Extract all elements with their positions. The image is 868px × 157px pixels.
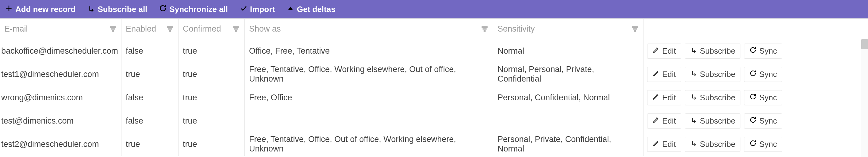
row-subscribe-button[interactable]: Subscribe [685, 90, 741, 105]
pencil-icon [652, 93, 660, 102]
header-spacer [852, 19, 868, 39]
header-showas-label: Show as [249, 24, 281, 34]
row-sync-button[interactable]: Sync [744, 90, 782, 105]
subscribe-all-button[interactable]: Subscribe all [84, 2, 150, 16]
pencil-icon [652, 70, 660, 79]
cell-showas [245, 109, 493, 132]
cell-confirmed: true [179, 132, 245, 156]
row-sync-label: Sync [759, 70, 777, 79]
synchronize-all-label: Synchronize all [169, 5, 228, 14]
add-record-button[interactable]: Add new record [2, 2, 79, 16]
svg-rect-15 [632, 26, 638, 27]
svg-rect-4 [111, 29, 115, 29]
row-subscribe-button[interactable]: Subscribe [685, 67, 741, 82]
cell-actions: Edit Subscribe Sync [644, 109, 852, 132]
synchronize-all-button[interactable]: Synchronize all [156, 2, 231, 16]
row-edit-button[interactable]: Edit [647, 67, 681, 82]
header-enabled[interactable]: Enabled [121, 19, 179, 39]
row-sync-label: Sync [759, 46, 777, 56]
row-subscribe-label: Subscribe [700, 46, 736, 56]
svg-rect-5 [112, 30, 114, 31]
svg-rect-11 [235, 30, 238, 31]
svg-rect-7 [168, 29, 172, 29]
cell-actions: Edit Subscribe Sync [644, 39, 852, 63]
header-confirmed-label: Confirmed [183, 24, 221, 34]
pencil-icon [652, 139, 660, 149]
subscribe-icon [690, 46, 698, 56]
row-edit-button[interactable]: Edit [647, 90, 681, 105]
svg-rect-9 [233, 26, 239, 27]
row-edit-button[interactable]: Edit [647, 43, 681, 59]
row-subscribe-button[interactable]: Subscribe [685, 43, 741, 59]
filter-icon[interactable] [480, 25, 489, 33]
header-sensitivity[interactable]: Sensitivity [493, 19, 644, 39]
cell-enabled: true [121, 132, 179, 156]
svg-rect-8 [169, 30, 171, 31]
cell-enabled: false [121, 39, 179, 63]
row-sync-button[interactable]: Sync [744, 67, 782, 82]
svg-rect-13 [483, 29, 487, 29]
cell-sensitivity: Personal, Confidential, Normal [493, 86, 644, 109]
row-sync-label: Sync [759, 116, 777, 126]
row-edit-label: Edit [662, 70, 676, 79]
row-edit-label: Edit [662, 93, 676, 102]
cell-email: test@dimenics.com [0, 109, 121, 132]
cell-email: backoffice@dimescheduler.com [0, 39, 121, 63]
table-row: test1@dimescheduler.com true true Free, … [0, 63, 868, 86]
scrollbar-track[interactable] [861, 39, 868, 157]
cell-enabled: false [121, 86, 179, 109]
cell-confirmed: true [179, 39, 245, 63]
svg-rect-10 [234, 29, 238, 29]
row-sync-button[interactable]: Sync [744, 137, 782, 152]
subscribe-icon [690, 93, 698, 102]
svg-rect-6 [167, 26, 173, 27]
cell-actions: Edit Subscribe Sync [644, 63, 852, 86]
row-edit-button[interactable]: Edit [647, 114, 681, 128]
subscribe-icon [690, 70, 698, 79]
cell-enabled: false [121, 109, 179, 132]
svg-rect-12 [482, 26, 488, 27]
table-row: test2@dimescheduler.com true true Free, … [0, 132, 868, 156]
cell-confirmed: true [179, 109, 245, 132]
scrollbar-thumb[interactable] [861, 39, 868, 49]
header-showas[interactable]: Show as [245, 19, 493, 39]
get-deltas-label: Get deltas [297, 5, 336, 14]
sync-icon [749, 70, 757, 79]
filter-icon[interactable] [232, 25, 240, 33]
plus-icon [5, 4, 13, 14]
data-grid: E-mail Enabled Confirmed Show as Sensiti… [0, 19, 868, 156]
cell-email: test1@dimescheduler.com [0, 63, 121, 86]
toolbar: Add new record Subscribe all Synchronize… [0, 0, 868, 19]
row-subscribe-label: Subscribe [700, 93, 736, 102]
header-sensitivity-label: Sensitivity [497, 24, 535, 34]
row-edit-label: Edit [662, 46, 676, 56]
filter-icon[interactable] [631, 25, 639, 33]
filter-icon[interactable] [109, 25, 117, 33]
sync-icon [159, 4, 167, 14]
cell-confirmed: true [179, 86, 245, 109]
svg-rect-14 [484, 30, 486, 31]
cell-actions: Edit Subscribe Sync [644, 86, 852, 109]
row-edit-label: Edit [662, 116, 676, 126]
header-actions [644, 19, 852, 39]
subscribe-icon [690, 116, 698, 126]
row-sync-label: Sync [759, 93, 777, 102]
subscribe-icon [87, 4, 95, 14]
header-confirmed[interactable]: Confirmed [179, 19, 245, 39]
svg-rect-16 [633, 29, 637, 29]
header-email[interactable]: E-mail [0, 19, 121, 39]
row-sync-button[interactable]: Sync [744, 43, 782, 59]
row-edit-button[interactable]: Edit [647, 137, 681, 152]
sync-icon [749, 93, 757, 102]
get-deltas-button[interactable]: Get deltas [283, 2, 339, 16]
row-subscribe-button[interactable]: Subscribe [685, 114, 741, 128]
row-subscribe-button[interactable]: Subscribe [685, 137, 741, 152]
row-sync-button[interactable]: Sync [744, 114, 782, 128]
row-sync-label: Sync [759, 139, 777, 149]
cell-confirmed: true [179, 63, 245, 86]
import-button[interactable]: Import [237, 2, 278, 16]
cell-showas: Free, Tentative, Office, Out of office, … [245, 132, 493, 156]
filter-icon[interactable] [166, 25, 174, 33]
pencil-icon [652, 116, 660, 126]
add-record-label: Add new record [16, 5, 75, 14]
